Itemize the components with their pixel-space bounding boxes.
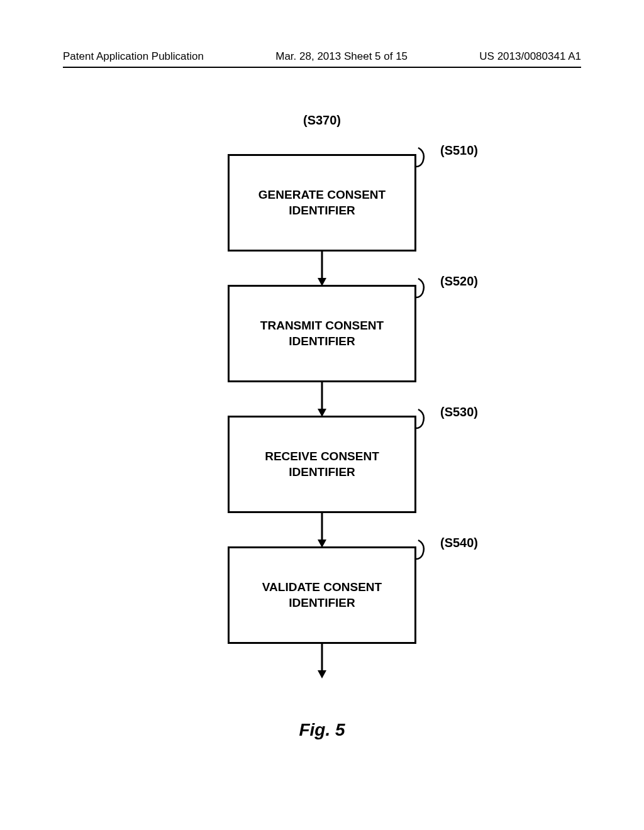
flow-arrow-icon xyxy=(316,513,328,548)
reference-hook-icon xyxy=(415,145,440,170)
step-reference-label: (S520) xyxy=(440,274,478,289)
reference-hook-icon xyxy=(415,406,440,431)
reference-hook-icon xyxy=(415,275,440,301)
flow-arrow-icon xyxy=(316,382,328,417)
header-right: US 2013/0080341 A1 xyxy=(479,50,581,63)
flow-arrow-icon xyxy=(316,252,328,286)
flow-step-transmit: TRANSMIT CONSENT IDENTIFIER xyxy=(228,285,416,382)
flow-step-validate: VALIDATE CONSENT IDENTIFIER xyxy=(228,546,416,644)
flow-step-label: TRANSMIT CONSENT IDENTIFIER xyxy=(260,318,384,349)
step-reference-label: (S540) xyxy=(440,536,478,550)
flow-arrow-icon xyxy=(316,644,328,678)
flow-step-receive: RECEIVE CONSENT IDENTIFIER xyxy=(228,416,416,513)
header-center: Mar. 28, 2013 Sheet 5 of 15 xyxy=(275,50,408,63)
figure-caption: Fig. 5 xyxy=(299,720,345,740)
reference-hook-icon xyxy=(415,537,440,562)
page-header: Patent Application Publication Mar. 28, … xyxy=(63,50,581,67)
flow-step-generate: GENERATE CONSENT IDENTIFIER xyxy=(228,154,416,252)
flow-step-label: VALIDATE CONSENT IDENTIFIER xyxy=(262,580,382,611)
flow-step-label: GENERATE CONSENT IDENTIFIER xyxy=(258,187,386,218)
header-left: Patent Application Publication xyxy=(63,50,204,63)
top-reference-label: (S370) xyxy=(303,113,341,128)
step-reference-label: (S530) xyxy=(440,405,478,419)
step-reference-label: (S510) xyxy=(440,143,478,158)
header-divider xyxy=(63,67,581,68)
flowchart-diagram: (S370) GENERATE CONSENT IDENTIFIER (S510… xyxy=(0,101,644,830)
svg-marker-7 xyxy=(318,670,326,678)
flow-step-label: RECEIVE CONSENT IDENTIFIER xyxy=(265,449,379,480)
